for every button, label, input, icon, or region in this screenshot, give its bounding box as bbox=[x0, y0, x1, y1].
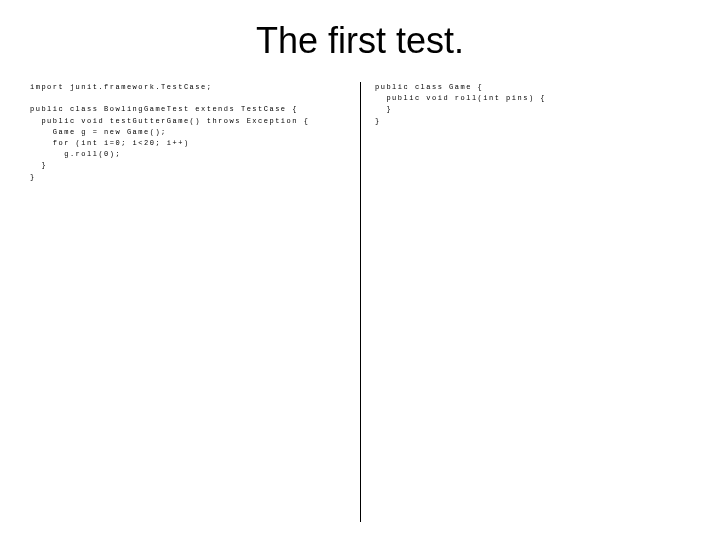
content-area: import junit.framework.TestCase; public … bbox=[30, 82, 690, 522]
slide: The first test. import junit.framework.T… bbox=[0, 0, 720, 540]
code-block-left: import junit.framework.TestCase; public … bbox=[30, 82, 360, 522]
slide-title: The first test. bbox=[30, 20, 690, 62]
vertical-divider bbox=[360, 82, 361, 522]
code-block-right: public class Game { public void roll(int… bbox=[360, 82, 690, 522]
